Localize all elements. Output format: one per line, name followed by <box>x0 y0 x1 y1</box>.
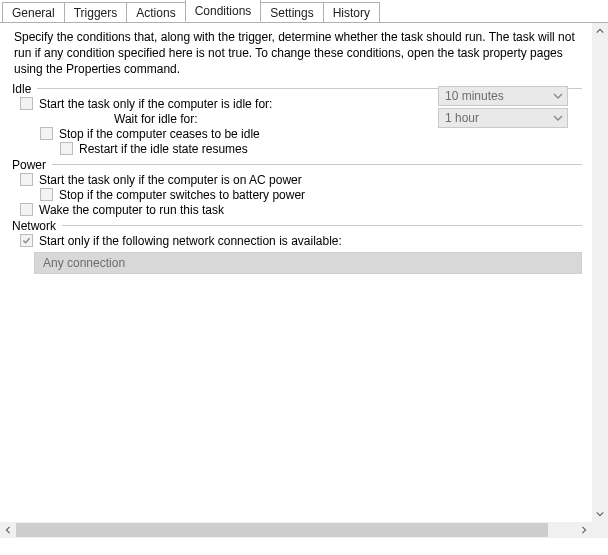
select-network-connection-value: Any connection <box>43 256 125 270</box>
select-idle-duration-value: 10 minutes <box>445 89 504 103</box>
chevron-up-icon <box>596 27 604 35</box>
select-wait-duration[interactable]: 1 hour <box>438 108 568 128</box>
chevron-left-icon <box>4 526 12 534</box>
chevron-down-icon <box>553 91 563 101</box>
label-restart-idle: Restart if the idle state resumes <box>79 142 248 156</box>
scrollbar-corner <box>592 522 608 538</box>
section-idle-label: Idle <box>12 82 31 96</box>
tab-bar: General Triggers Actions Conditions Sett… <box>0 0 608 22</box>
label-stop-battery: Stop if the computer switches to battery… <box>59 188 305 202</box>
checkbox-start-if-idle[interactable] <box>20 97 33 110</box>
tab-settings[interactable]: Settings <box>260 2 323 23</box>
section-power-header: Power <box>12 158 582 172</box>
section-network-label: Network <box>12 219 56 233</box>
checkbox-ac-power[interactable] <box>20 173 33 186</box>
label-ac-power: Start the task only if the computer is o… <box>39 173 302 187</box>
tab-conditions[interactable]: Conditions <box>185 0 262 22</box>
horizontal-scrollbar[interactable] <box>0 522 592 538</box>
divider <box>52 164 582 165</box>
tab-actions[interactable]: Actions <box>126 2 185 23</box>
checkbox-stop-if-ceases-idle[interactable] <box>40 127 53 140</box>
chevron-down-icon <box>596 510 604 518</box>
select-wait-duration-value: 1 hour <box>445 111 479 125</box>
checkbox-wake[interactable] <box>20 203 33 216</box>
select-network-connection[interactable]: Any connection <box>34 252 582 274</box>
scroll-up-button[interactable] <box>592 23 608 39</box>
tab-history[interactable]: History <box>323 2 380 23</box>
checkbox-restart-idle[interactable] <box>60 142 73 155</box>
label-start-if-network: Start only if the following network conn… <box>39 234 342 248</box>
intro-text: Specify the conditions that, along with … <box>14 29 582 78</box>
label-stop-if-ceases-idle: Stop if the computer ceases to be idle <box>59 127 260 141</box>
label-wake: Wake the computer to run this task <box>39 203 224 217</box>
section-power-label: Power <box>12 158 46 172</box>
select-idle-duration[interactable]: 10 minutes <box>438 86 568 106</box>
tab-general[interactable]: General <box>2 2 65 23</box>
scroll-track-horizontal[interactable] <box>16 522 576 538</box>
scroll-thumb-horizontal[interactable] <box>16 523 548 537</box>
section-network-header: Network <box>12 219 582 233</box>
checkbox-stop-battery[interactable] <box>40 188 53 201</box>
label-start-if-idle: Start the task only if the computer is i… <box>39 97 272 111</box>
scroll-down-button[interactable] <box>592 506 608 522</box>
label-wait-for-idle: Wait for idle for: <box>114 112 198 126</box>
tab-triggers[interactable]: Triggers <box>64 2 128 23</box>
check-icon <box>22 236 31 245</box>
chevron-right-icon <box>580 526 588 534</box>
checkbox-start-if-network[interactable] <box>20 234 33 247</box>
conditions-panel: Specify the conditions that, along with … <box>0 22 608 538</box>
scroll-right-button[interactable] <box>576 522 592 538</box>
scroll-track-vertical[interactable] <box>592 39 608 506</box>
scroll-left-button[interactable] <box>0 522 16 538</box>
vertical-scrollbar[interactable] <box>592 23 608 522</box>
chevron-down-icon <box>553 113 563 123</box>
divider <box>62 225 582 226</box>
content-area: Specify the conditions that, along with … <box>0 23 592 522</box>
